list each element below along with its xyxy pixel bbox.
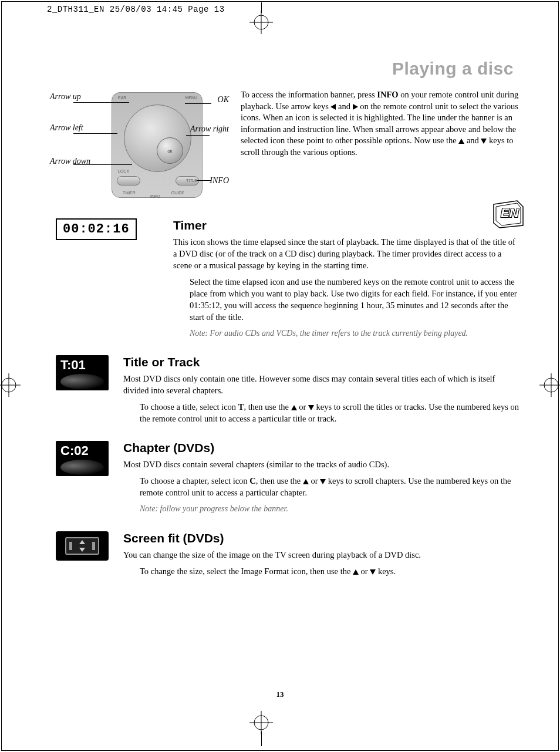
print-header: 2_DTH311_EN 25/08/03 14:45 Page 13: [47, 5, 225, 14]
screen-fit-icon: [56, 531, 109, 561]
title-instruction: To choose a title, select icon T, then u…: [140, 401, 519, 424]
arrow-down-icon: [370, 569, 376, 575]
title-icon: T:01: [56, 355, 109, 390]
screenfit-text: You can change the size of the image on …: [123, 549, 519, 561]
timer-heading: Timer: [173, 218, 519, 232]
title-text: Most DVD discs only contain one title. H…: [123, 373, 519, 396]
registration-mark-icon: [249, 711, 273, 734]
chapter-icon: C:02: [56, 441, 109, 476]
timer-instruction: Select the time elapsed icon and use the…: [190, 276, 519, 323]
chapter-heading: Chapter (DVDs): [123, 441, 519, 455]
language-badge-text: EN: [501, 205, 519, 221]
chapter-text: Most DVD discs contain several chapters …: [123, 458, 519, 470]
arrow-up-icon: [291, 405, 297, 410]
arrow-up-icon: [353, 569, 359, 575]
label-arrow-up: Arrow up: [50, 92, 81, 102]
registration-mark-icon: [249, 11, 273, 34]
intro-paragraph: To access the information banner, press …: [241, 89, 519, 158]
chapter-note: Note: follow your progress below the ban…: [140, 503, 519, 514]
timer-text: This icon shows the time elapsed since t…: [173, 236, 519, 271]
chapter-instruction: To choose a chapter, select icon C, then…: [140, 475, 519, 498]
title-heading: Title or Track: [123, 355, 519, 369]
arrow-right-icon: [353, 104, 358, 110]
label-info: INFO: [210, 176, 229, 186]
arrow-down-icon: [308, 405, 314, 410]
arrow-down-icon: [320, 479, 326, 484]
label-arrow-left: Arrow left: [50, 123, 83, 133]
arrow-up-icon: [458, 139, 464, 144]
timer-display-icon: 00:02:16: [56, 218, 137, 240]
language-badge: EN: [491, 200, 525, 231]
label-ok: OK: [218, 95, 229, 104]
remote-diagram: ok EAR MENU LOCK TITLE TIMER GUIDE INFO …: [50, 89, 229, 201]
page-number: 13: [0, 690, 560, 699]
ok-button-graphic: ok: [157, 137, 183, 164]
timer-note: Note: For audio CDs and VCDs, the timer …: [190, 328, 519, 339]
chapter-title: Playing a disc: [50, 59, 519, 79]
screenfit-instruction: To change the size, select the Image For…: [140, 565, 519, 577]
arrow-up-icon: [303, 479, 309, 484]
screenfit-heading: Screen fit (DVDs): [123, 531, 519, 545]
registration-mark-icon: [0, 373, 21, 397]
arrow-down-icon: [481, 139, 487, 144]
registration-mark-icon: [539, 373, 560, 397]
label-arrow-right: Arrow right: [190, 124, 229, 134]
